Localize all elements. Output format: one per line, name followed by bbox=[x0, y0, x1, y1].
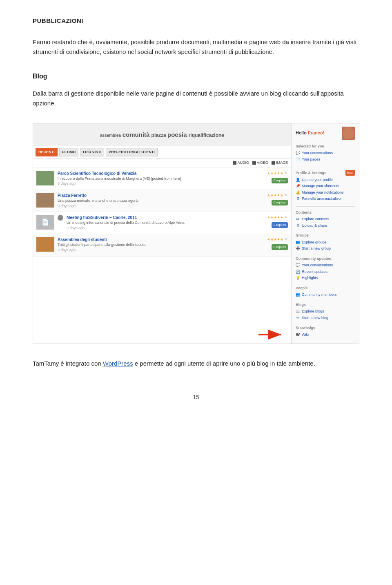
tag-cloud: assemblea comunità piazza poesia riquali… bbox=[33, 123, 291, 146]
sidebar-link-highlights[interactable]: 💡 Highlights bbox=[296, 275, 355, 281]
sidebar-link-your-conversations[interactable]: 💬 Your conversations bbox=[296, 262, 355, 269]
sidebar-link-community-members[interactable]: 👥 Community members bbox=[296, 292, 355, 298]
screenshot-right-sidebar: Hello Franco! Selected for you 💬 Your co… bbox=[292, 123, 359, 344]
explore-blogs-icon: 📖 bbox=[296, 309, 300, 314]
admin-icon: ⚙ bbox=[296, 196, 300, 201]
image-checkbox[interactable] bbox=[272, 161, 275, 165]
sidebar-section-title-people: People bbox=[296, 286, 355, 291]
sidebar-link-new-blog[interactable]: ✏ Start a new blog bbox=[296, 315, 355, 322]
wiki-label: Wiki bbox=[302, 332, 309, 338]
content-date-1: 8 days ago bbox=[58, 181, 264, 187]
sidebar-link-explore-groups[interactable]: 👥 Explore groups bbox=[296, 239, 355, 246]
replies-4: 0 replies bbox=[272, 244, 288, 250]
tab-piu-visti[interactable]: I PIÙ VISTI bbox=[80, 148, 104, 157]
tab-recenti[interactable]: RECENTI bbox=[36, 148, 58, 157]
tab-ultimo[interactable]: ULTIMO bbox=[59, 148, 79, 157]
video-checkbox[interactable] bbox=[252, 161, 256, 165]
esci-button[interactable]: Esci bbox=[345, 170, 355, 176]
sidebar-section-profile: Profile & Settings Esci 👤 Update your pr… bbox=[296, 169, 355, 202]
sidebar-section-title-community: Community updates bbox=[296, 256, 355, 262]
sidebar-link-update-profile[interactable]: 👤 Update your profile bbox=[296, 177, 355, 183]
explore-groups-label: Explore groups bbox=[302, 240, 327, 246]
blog-heading: Blog bbox=[33, 71, 359, 81]
content-desc-3: Un meeting internazionale di poesia dell… bbox=[67, 221, 264, 225]
notifications-icon: 🔔 bbox=[296, 190, 300, 195]
table-row: Piazza Ferretto Una piazza mercato, ma a… bbox=[33, 190, 291, 212]
screenshot-image: assemblea comunità piazza poesia riquali… bbox=[33, 123, 359, 344]
sidebar-link-recent-updates[interactable]: 🔄 Recent updates bbox=[296, 269, 355, 275]
sidebar-link-shortcuts[interactable]: 📌 Manage your shortcuts bbox=[296, 183, 355, 190]
replies-1: 0 replies bbox=[272, 178, 288, 183]
sidebar-link-wiki[interactable]: W Wiki bbox=[296, 332, 355, 338]
sidebar-section-title-groups: Groups bbox=[296, 233, 355, 239]
thumb-2-inner bbox=[36, 193, 54, 208]
bottom-text-before-link: TamTamy è integrato con bbox=[33, 360, 103, 367]
sidebar-section-contents: Contents 🗂 Explore contents ⬆ Upload & s… bbox=[296, 208, 355, 229]
content-desc-4: Tutti gli studenti partecipano alla gest… bbox=[58, 243, 264, 247]
highlights-label: Highlights bbox=[302, 275, 318, 281]
community-members-icon: 👥 bbox=[296, 292, 300, 297]
sidebar-link-upload[interactable]: ⬆ Upload & share bbox=[296, 223, 355, 229]
sidebar-section-community: Community updates 💬 Your conversations 🔄… bbox=[296, 255, 355, 281]
content-info-1: Parco Scientifico Tecnologico di Venezia… bbox=[58, 171, 264, 187]
blog-description: Dalla barra di gestione disponibile nell… bbox=[33, 89, 359, 108]
content-date-3: 9 days ago bbox=[67, 226, 264, 231]
audio-checkbox[interactable] bbox=[233, 161, 236, 165]
content-title-2[interactable]: Piazza Ferretto bbox=[58, 193, 264, 198]
recent-updates-icon: 🔄 bbox=[296, 270, 300, 274]
sidebar-divider-1 bbox=[296, 167, 355, 167]
recent-updates-label: Recent updates bbox=[302, 269, 327, 275]
thumb-3: 📄 bbox=[36, 215, 54, 230]
sidebar-link-conversations[interactable]: 💬 Your conversations bbox=[296, 150, 355, 156]
new-blog-label: Start a new blog bbox=[302, 315, 328, 321]
explore-contents-icon: 🗂 bbox=[296, 217, 300, 221]
filter-image[interactable]: IMAGE bbox=[272, 160, 288, 166]
sidebar-link-new-group[interactable]: ➕ Start a new group bbox=[296, 246, 355, 252]
wordpress-link[interactable]: WordPress bbox=[103, 360, 133, 367]
content-row-right-2: ★★★★★ ✎ 0 replies bbox=[267, 193, 288, 206]
community-members-label: Community members bbox=[302, 292, 337, 298]
sidebar-section-blogs: Blogs 📖 Explore blogs ✏ Start a new blog bbox=[296, 301, 355, 322]
audio-label: AUDIO bbox=[237, 160, 249, 166]
media-filter-bar: AUDIO VIDEO IMAGE bbox=[33, 159, 291, 168]
sidebar-section-groups: Groups 👥 Explore groups ➕ Start a new gr… bbox=[296, 231, 355, 252]
content-title-4[interactable]: Assemblea degli studenti bbox=[58, 237, 264, 242]
sidebar-section-title-selected: Selected for you bbox=[296, 144, 355, 150]
sidebar-divider-2 bbox=[296, 206, 355, 207]
video-label: VIDEO bbox=[257, 160, 268, 166]
sidebar-section-title-knowledge: Knowledge bbox=[296, 325, 355, 331]
stars-4: ★★★★★ ✎ bbox=[267, 237, 288, 243]
thumb-1-inner bbox=[36, 171, 54, 185]
content-title-1[interactable]: Parco Scientifico Tecnologico di Venezia bbox=[58, 171, 264, 176]
tabs-bar: RECENTI ULTIMO I PIÙ VISTI PREFERITI DAG… bbox=[33, 146, 291, 159]
table-row: 📄 Meeting fluSSidiverSi – Caorle, 2011 U… bbox=[33, 212, 291, 234]
sidebar-link-admin[interactable]: ⚙ Pannello amministrativo bbox=[296, 196, 355, 202]
sidebar-link-explore-blogs[interactable]: 📖 Explore blogs bbox=[296, 308, 355, 315]
content-title-3[interactable]: Meeting fluSSidiverSi – Caorle, 2011 bbox=[67, 215, 264, 220]
sidebar-link-explore-contents[interactable]: 🗂 Explore contents bbox=[296, 216, 355, 223]
content-list: Parco Scientifico Tecnologico di Venezia… bbox=[33, 168, 291, 326]
thumb-1 bbox=[36, 171, 54, 185]
conversations-label: Your conversations bbox=[302, 150, 333, 156]
hello-text: Hello Franco! bbox=[296, 130, 324, 136]
sidebar-link-pages[interactable]: 📄 Your pages bbox=[296, 156, 355, 163]
tab-preferiti[interactable]: PREFERITI DAGLI UTENTI bbox=[106, 148, 158, 157]
hello-username: Franco! bbox=[308, 130, 324, 135]
upload-label: Upload & share bbox=[302, 223, 327, 229]
avatar-face bbox=[343, 127, 354, 139]
page-number: 15 bbox=[33, 393, 359, 402]
bottom-text-after-link: e permette ad ogni utente di aprire uno … bbox=[133, 360, 315, 367]
content-info-3: Meeting fluSSidiverSi – Caorle, 2011 Un … bbox=[67, 215, 264, 231]
content-info-2: Piazza Ferretto Una piazza mercato, ma a… bbox=[58, 193, 264, 209]
new-group-label: Start a new group bbox=[302, 246, 331, 252]
sidebar-section-people: People 👥 Community members bbox=[296, 284, 355, 298]
sidebar-link-notifications[interactable]: 🔔 Manage your notifications bbox=[296, 190, 355, 196]
filter-audio[interactable]: AUDIO bbox=[233, 160, 249, 166]
table-row: Parco Scientifico Tecnologico di Venezia… bbox=[33, 168, 291, 190]
explore-groups-icon: 👥 bbox=[296, 240, 300, 245]
content-date-2: 9 days ago bbox=[58, 203, 264, 209]
intro-text: Fermo restando che è, ovviamente, possib… bbox=[33, 37, 359, 57]
stars-2: ★★★★★ ✎ bbox=[267, 193, 288, 199]
filter-video[interactable]: VIDEO bbox=[252, 160, 268, 166]
page-title: PUBBLICAZIONI bbox=[33, 16, 359, 26]
